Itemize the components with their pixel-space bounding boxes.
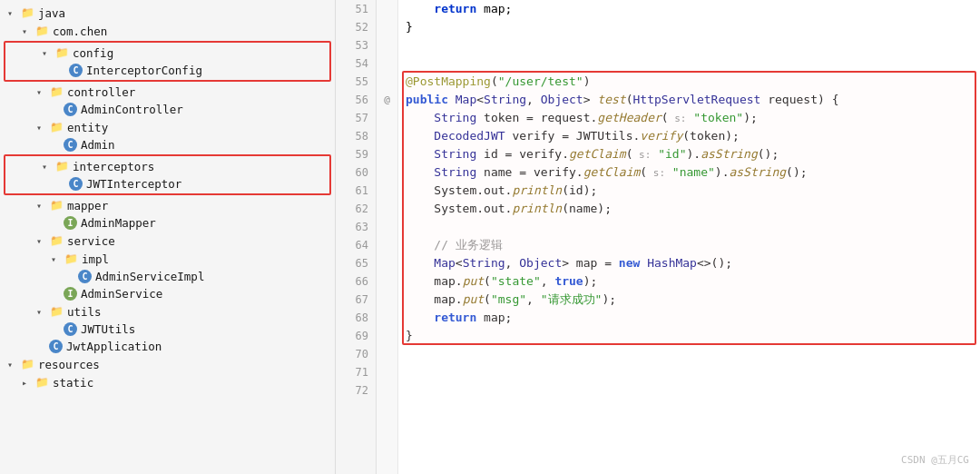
code-line-67: map.put("msg", "请求成功"); bbox=[406, 291, 973, 309]
tree-item-resources[interactable]: resources bbox=[0, 355, 335, 373]
folder-icon-impl bbox=[64, 252, 78, 266]
tree-item-controller[interactable]: controller bbox=[0, 83, 335, 101]
code-panel: 51 52 53 54 55 56 57 58 59 60 61 62 63 6… bbox=[336, 0, 980, 474]
java-i-icon-adminservice: I bbox=[64, 287, 77, 301]
tree-item-jwtutils[interactable]: C JWTUtils bbox=[0, 321, 335, 338]
tree-label-controller: controller bbox=[67, 85, 135, 99]
tree-item-jwtapplication[interactable]: C JwtApplication bbox=[0, 338, 335, 355]
code-line-54 bbox=[406, 54, 973, 73]
highlight-interceptors-box: interceptors C JWTInterceptor bbox=[4, 154, 331, 195]
g-65 bbox=[377, 254, 397, 272]
code-content-area[interactable]: return map; } @PostMapping("/user/test")… bbox=[398, 0, 980, 474]
tree-item-entity[interactable]: entity bbox=[0, 118, 335, 136]
file-tree[interactable]: java com.chen config C InterceptorConfig… bbox=[0, 0, 336, 474]
ln-55: 55 bbox=[336, 73, 368, 91]
ln-51: 51 bbox=[336, 0, 368, 18]
tree-label-adminmapper: AdminMapper bbox=[81, 216, 156, 230]
tree-label-jwtutils: JWTUtils bbox=[81, 322, 135, 336]
java-c-icon-jwtutils: C bbox=[64, 322, 77, 336]
ln-53: 53 bbox=[336, 36, 368, 54]
tree-label-admin: Admin bbox=[81, 138, 115, 152]
java-c-icon-jwtinterceptor: C bbox=[69, 177, 83, 191]
g-71 bbox=[377, 363, 397, 381]
code-line-57: String token = request.getHeader( s: "to… bbox=[406, 109, 973, 127]
g-62 bbox=[377, 200, 397, 218]
tree-item-adminmapper[interactable]: I AdminMapper bbox=[0, 214, 335, 232]
g-59 bbox=[377, 145, 397, 163]
tree-item-admin[interactable]: C Admin bbox=[0, 136, 335, 153]
folder-icon-comchen bbox=[34, 24, 49, 38]
g-55 bbox=[377, 73, 397, 91]
tree-item-adminservice[interactable]: I AdminService bbox=[0, 285, 335, 302]
folder-icon-utils bbox=[49, 304, 64, 319]
tree-label-impl: impl bbox=[82, 252, 109, 266]
folder-icon-service bbox=[49, 233, 64, 248]
code-line-72 bbox=[406, 381, 973, 400]
code-line-61: System.out.println(id); bbox=[406, 182, 973, 200]
code-line-70 bbox=[406, 345, 973, 363]
tree-item-service[interactable]: service bbox=[0, 232, 335, 250]
tree-item-comchen[interactable]: com.chen bbox=[0, 22, 335, 40]
folder-icon-controller bbox=[49, 84, 64, 99]
tree-item-impl[interactable]: impl bbox=[0, 250, 335, 268]
g-51 bbox=[377, 0, 397, 18]
g-61 bbox=[377, 182, 397, 200]
ln-52: 52 bbox=[336, 18, 368, 36]
tree-item-mapper[interactable]: mapper bbox=[0, 196, 335, 214]
g-53 bbox=[377, 36, 397, 54]
tree-label-java: java bbox=[38, 6, 65, 20]
code-line-55: @PostMapping("/user/test") bbox=[406, 73, 973, 91]
g-72 bbox=[377, 381, 397, 400]
g-67 bbox=[377, 291, 397, 309]
g-60 bbox=[377, 163, 397, 182]
tree-item-static[interactable]: static bbox=[0, 373, 335, 391]
tree-item-adminserviceimpl[interactable]: C AdminServiceImpl bbox=[0, 268, 335, 285]
ln-62: 62 bbox=[336, 200, 368, 218]
arrow-mapper bbox=[36, 201, 49, 211]
tree-label-adminservice: AdminService bbox=[81, 287, 162, 301]
arrow-java bbox=[7, 8, 20, 18]
code-line-52: } bbox=[406, 18, 973, 36]
tree-label-config: config bbox=[73, 46, 113, 60]
folder-icon-java bbox=[20, 5, 34, 20]
tree-item-admincontroller[interactable]: C AdminController bbox=[0, 101, 335, 118]
java-c-icon-admincontroller: C bbox=[64, 103, 77, 116]
arrow-static bbox=[22, 378, 34, 388]
g-69 bbox=[377, 327, 397, 345]
code-line-59: String id = verify.getClaim( s: "id").as… bbox=[406, 145, 973, 163]
ln-67: 67 bbox=[336, 291, 368, 309]
arrow-comchen bbox=[22, 26, 34, 36]
tree-label-interceptorconfig: InterceptorConfig bbox=[86, 64, 202, 77]
arrow-resources bbox=[7, 360, 20, 370]
tree-item-interceptors[interactable]: interceptors bbox=[5, 157, 329, 175]
arrow-impl bbox=[51, 254, 64, 264]
tree-item-interceptorconfig[interactable]: C InterceptorConfig bbox=[5, 62, 329, 79]
watermark: CSDN @五月CG bbox=[901, 453, 969, 467]
arrow-utils bbox=[36, 307, 49, 317]
g-68 bbox=[377, 309, 397, 327]
arrow-entity bbox=[36, 123, 49, 133]
arrow-controller bbox=[36, 87, 49, 97]
arrow-config bbox=[42, 48, 54, 58]
code-line-58: DecodedJWT verify = JWTUtils.verify(toke… bbox=[406, 127, 973, 145]
java-i-icon-adminmapper: I bbox=[64, 216, 77, 230]
tree-item-jwtinterceptor[interactable]: C JWTInterceptor bbox=[5, 175, 329, 193]
ln-69: 69 bbox=[336, 327, 368, 345]
g-56: @ bbox=[377, 91, 397, 109]
java-c-icon-jwtapplication: C bbox=[49, 340, 63, 353]
tree-item-config[interactable]: config bbox=[5, 44, 329, 62]
ln-61: 61 bbox=[336, 182, 368, 200]
ln-57: 57 bbox=[336, 109, 368, 127]
ln-58: 58 bbox=[336, 127, 368, 145]
tree-label-mapper: mapper bbox=[67, 199, 108, 212]
ln-65: 65 bbox=[336, 254, 368, 272]
g-63 bbox=[377, 218, 397, 236]
code-line-56: public Map<String, Object> test(HttpServ… bbox=[406, 91, 973, 109]
tree-item-utils[interactable]: utils bbox=[0, 302, 335, 321]
arrow-interceptors bbox=[42, 162, 54, 172]
tree-label-jwtinterceptor: JWTInterceptor bbox=[86, 177, 181, 191]
ln-66: 66 bbox=[336, 272, 368, 291]
tree-label-static: static bbox=[53, 376, 93, 390]
code-line-51: return map; bbox=[406, 0, 973, 18]
tree-item-java[interactable]: java bbox=[0, 4, 335, 22]
